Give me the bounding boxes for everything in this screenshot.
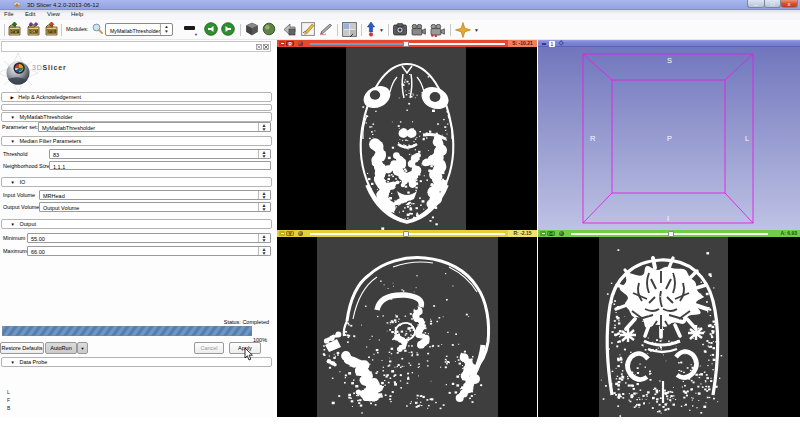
svg-text:I: I [667,214,669,223]
svg-text:SAVE: SAVE [47,30,57,34]
svg-text:DCM: DCM [30,30,38,34]
svg-text:P: P [667,134,672,143]
svg-text:L: L [745,134,749,143]
svg-text:R: R [590,134,596,143]
svg-text:DATA: DATA [10,30,19,34]
svg-text:S: S [667,56,672,65]
